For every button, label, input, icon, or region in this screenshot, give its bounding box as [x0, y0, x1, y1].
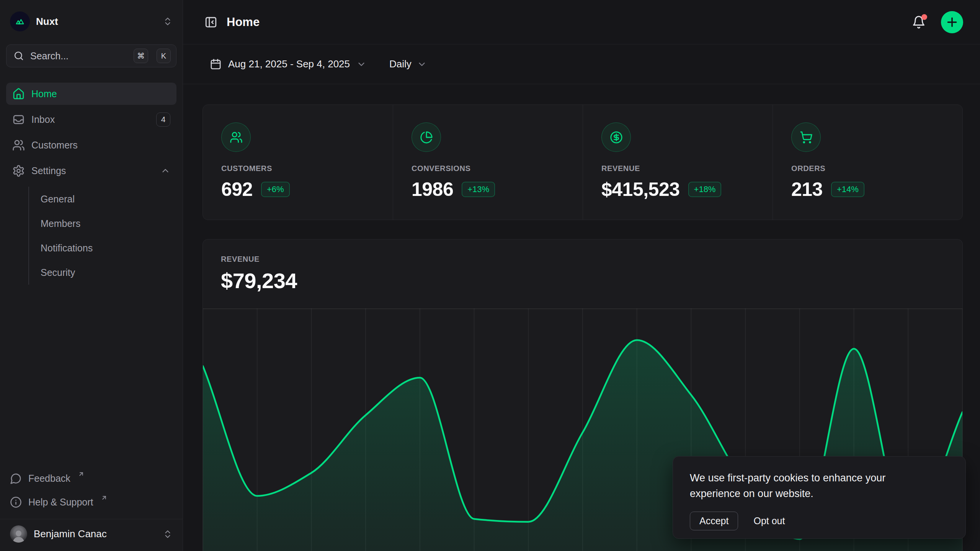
granularity-label: Daily: [389, 58, 412, 70]
avatar: [10, 525, 27, 543]
stat-delta-badge: +14%: [831, 182, 864, 197]
stat-value: 1986: [412, 178, 453, 201]
stat-value: 692: [221, 178, 253, 201]
kbd-k: K: [157, 49, 171, 63]
stat-value: 213: [791, 178, 823, 201]
sidebar-item-label: Inbox: [31, 114, 55, 125]
sidebar-item-customers[interactable]: Customers: [6, 134, 176, 156]
sidebar-item-home[interactable]: Home: [6, 83, 176, 105]
stat-conversions[interactable]: CONVERSIONS 1986 +13%: [393, 105, 583, 220]
stat-delta-badge: +13%: [462, 182, 495, 197]
plus-icon: [946, 16, 958, 28]
user-name: Benjamin Canac: [34, 528, 156, 540]
stat-value: $415,523: [601, 178, 680, 201]
pie-chart-icon: [412, 122, 441, 152]
stats-row: CUSTOMERS 692 +6% CONVERSIONS 1986 +13%: [203, 104, 963, 220]
stat-label: REVENUE: [601, 164, 754, 173]
info-circle-icon: [10, 496, 22, 508]
sidebar-item-security[interactable]: Security: [41, 260, 176, 285]
chevron-up-icon: [160, 166, 170, 176]
help-support-link[interactable]: Help & Support: [6, 491, 176, 514]
cookie-optout-button[interactable]: Opt out: [753, 512, 785, 530]
revenue-chart-label: REVENUE: [221, 255, 962, 264]
search-placeholder: Search...: [30, 51, 127, 62]
team-switcher[interactable]: Nuxt: [6, 9, 176, 34]
cookie-message: We use first-party cookies to enhance yo…: [690, 470, 927, 502]
sidebar-item-label: Home: [31, 88, 57, 99]
shopping-cart-icon: [791, 122, 821, 152]
kbd-cmd: ⌘: [134, 49, 148, 63]
gear-icon: [12, 165, 25, 177]
inbox-icon: [12, 113, 25, 126]
date-range-label: Aug 21, 2025 - Sep 4, 2025: [228, 58, 350, 70]
calendar-icon: [210, 58, 222, 70]
filter-toolbar: Aug 21, 2025 - Sep 4, 2025 Daily: [183, 44, 980, 84]
sidebar-item-inbox[interactable]: Inbox 4: [6, 108, 176, 130]
sidebar-item-label: Customers: [31, 140, 78, 151]
search-input[interactable]: Search... ⌘ K: [6, 44, 176, 67]
cookie-banner: We use first-party cookies to enhance yo…: [673, 456, 966, 539]
circle-dollar-icon: [601, 122, 631, 152]
chevrons-up-down-icon: [163, 16, 173, 26]
chevrons-up-down-icon: [163, 529, 173, 539]
stat-delta-badge: +6%: [261, 182, 290, 197]
users-icon: [12, 139, 25, 152]
stat-revenue[interactable]: REVENUE $415,523 +18%: [583, 105, 773, 220]
feedback-link[interactable]: Feedback: [6, 467, 176, 490]
message-circle-icon: [10, 473, 22, 484]
user-menu[interactable]: Benjamin Canac: [0, 519, 183, 551]
notifications-button[interactable]: [912, 15, 926, 29]
sidebar-item-label: Settings: [31, 165, 66, 176]
external-link-icon: [101, 494, 108, 501]
page-header: Home: [183, 0, 980, 44]
users-icon: [221, 122, 251, 152]
stat-label: CONVERSIONS: [412, 164, 564, 173]
revenue-chart-value: $79,234: [221, 268, 962, 293]
main-area: Home Aug 21, 2025 - Sep 4, 2025 Daily: [183, 0, 980, 551]
chevron-down-icon: [356, 59, 366, 69]
stat-label: ORDERS: [791, 164, 944, 173]
sidebar-item-members[interactable]: Members: [41, 211, 176, 236]
nuxt-logo: [10, 11, 30, 31]
panel-left-close-icon[interactable]: [204, 16, 217, 29]
stat-label: CUSTOMERS: [221, 164, 374, 173]
sidebar-footer-links: Feedback Help & Support: [6, 467, 176, 519]
inbox-count-badge: 4: [156, 112, 170, 127]
help-support-label: Help & Support: [28, 497, 93, 508]
cookie-accept-button[interactable]: Accept: [690, 512, 738, 530]
stat-orders[interactable]: ORDERS 213 +14%: [773, 105, 962, 220]
sidebar: Nuxt Search... ⌘ K Home Inbox 4: [0, 0, 183, 551]
notification-dot: [921, 14, 927, 20]
feedback-label: Feedback: [28, 473, 70, 484]
sidebar-item-general[interactable]: General: [41, 187, 176, 211]
sidebar-item-notifications[interactable]: Notifications: [41, 236, 176, 260]
add-button[interactable]: [941, 11, 963, 33]
stat-customers[interactable]: CUSTOMERS 692 +6%: [203, 105, 393, 220]
search-icon: [13, 51, 24, 61]
external-link-icon: [78, 471, 85, 478]
sidebar-nav: Home Inbox 4 Customers Settings Ge: [6, 83, 176, 286]
granularity-select[interactable]: Daily: [389, 58, 427, 70]
home-icon: [12, 88, 25, 100]
chevron-down-icon: [417, 59, 427, 69]
stat-delta-badge: +18%: [688, 182, 722, 197]
date-range-picker[interactable]: Aug 21, 2025 - Sep 4, 2025: [210, 58, 366, 70]
sidebar-item-settings[interactable]: Settings: [6, 160, 176, 182]
settings-sub-list: General Members Notifications Security: [28, 187, 176, 285]
team-name: Nuxt: [36, 16, 157, 28]
page-title: Home: [227, 15, 260, 29]
